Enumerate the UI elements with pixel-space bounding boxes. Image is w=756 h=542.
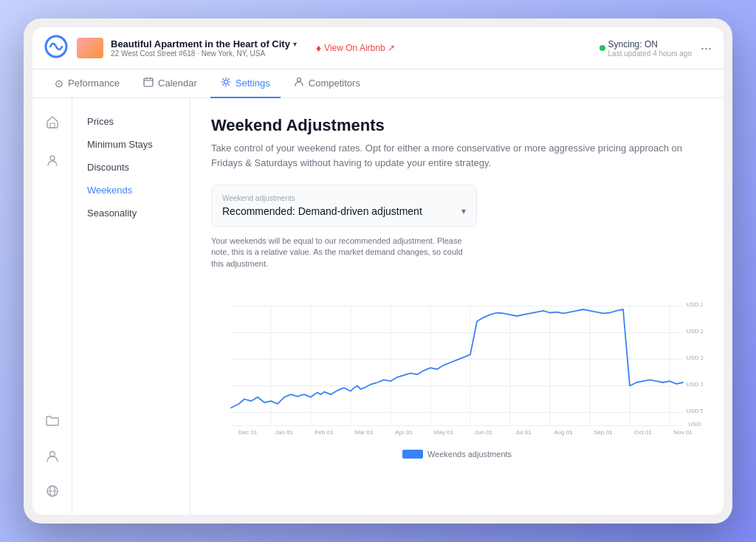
adjustment-dropdown[interactable]: Weekend adjustments Recommended: Demand-… [211, 185, 477, 227]
svg-rect-7 [50, 123, 55, 128]
svg-text:Mar 01: Mar 01 [354, 429, 374, 436]
dropdown-label: Weekend adjustments [222, 194, 466, 202]
dropdown-note: Your weekends will be equal to our recom… [211, 236, 477, 270]
property-info: Beautiful Apartment in the Heart of City… [77, 38, 591, 58]
sidebar-globe-icon[interactable] [41, 479, 64, 503]
svg-text:Jun 01: Jun 01 [475, 429, 493, 436]
dropdown-value[interactable]: Recommended: Demand-driven adjustment ▾ [222, 205, 466, 217]
tab-performance[interactable]: ⊙ Peformance [44, 69, 130, 98]
svg-text:USD 100: USD 100 [687, 382, 703, 388]
nav-weekends[interactable]: Weekends [72, 179, 190, 202]
svg-text:Feb 01: Feb 01 [315, 429, 334, 436]
performance-icon: ⊙ [55, 78, 63, 89]
svg-text:Oct 01: Oct 01 [634, 429, 652, 436]
tab-calendar[interactable]: Calendar [133, 69, 207, 98]
content-area: Weekend Adjustments Take control of your… [190, 98, 724, 515]
sidebar-users-icon[interactable] [41, 148, 64, 172]
svg-text:Nov 01: Nov 01 [673, 429, 693, 436]
svg-text:Sep 01: Sep 01 [594, 429, 613, 436]
nav-discounts[interactable]: Discounts [72, 156, 190, 179]
nav-tabs: ⊙ Peformance Calendar [32, 69, 724, 98]
nav-minimum-stays[interactable]: Minimum Stays [72, 133, 190, 156]
property-dropdown-icon[interactable]: ▾ [293, 40, 297, 48]
nav-prices[interactable]: Prices [72, 110, 190, 133]
airbnb-link[interactable]: ♦ View On Airbnb ↗ [316, 42, 395, 54]
calendar-icon [143, 77, 154, 89]
svg-text:May 01: May 01 [434, 429, 454, 436]
svg-text:Dec 01: Dec 01 [238, 429, 258, 436]
settings-nav: Prices Minimum Stays Discounts Weekends … [72, 98, 190, 515]
svg-point-5 [224, 80, 227, 84]
dropdown-chevron-icon: ▾ [461, 206, 466, 216]
main-layout: Prices Minimum Stays Discounts Weekends … [32, 98, 724, 515]
svg-point-8 [50, 156, 55, 160]
svg-point-6 [297, 78, 300, 82]
svg-text:Apr 01: Apr 01 [395, 429, 413, 436]
sidebar-folder-icon[interactable] [41, 408, 64, 432]
sync-label: Syncing: ON [608, 39, 692, 49]
svg-text:USD 50: USD 50 [687, 408, 703, 415]
svg-rect-1 [144, 78, 153, 86]
sidebar-profile-icon[interactable] [41, 444, 64, 467]
property-name: Beautiful Apartment in the Heart of City [111, 38, 290, 49]
sync-indicator [599, 45, 605, 51]
settings-icon [221, 77, 231, 89]
svg-text:USD 0: USD 0 [688, 422, 703, 428]
legend-label: Weekends adjustments [427, 450, 512, 459]
page-title: Weekend Adjustments [211, 116, 703, 135]
nav-seasonality[interactable]: Seasonality [72, 202, 190, 224]
property-address: 22 West Cost Street #618 · New York, NY,… [111, 49, 297, 58]
svg-text:Jul 01: Jul 01 [515, 429, 532, 436]
weekend-chart: USD 250 USD 200 USD 150 USD 100 USD 50 U… [211, 281, 703, 444]
property-thumbnail [77, 38, 103, 58]
app-logo [44, 35, 68, 61]
airbnb-icon: ♦ [316, 42, 321, 54]
sidebar-home-icon[interactable] [41, 110, 64, 134]
tab-competitors[interactable]: Competitors [284, 69, 371, 98]
chart-svg: USD 250 USD 200 USD 150 USD 100 USD 50 U… [211, 281, 703, 444]
header-right: Syncing: ON Last updated 4 hours ago ··· [599, 39, 712, 58]
more-menu-button[interactable]: ··· [701, 41, 712, 56]
tab-settings[interactable]: Settings [210, 69, 281, 98]
sync-timestamp: Last updated 4 hours ago [608, 49, 692, 58]
sidebar-left [32, 98, 72, 515]
svg-text:USD 200: USD 200 [687, 329, 703, 335]
competitors-icon [294, 77, 304, 89]
sync-status: Syncing: ON Last updated 4 hours ago [599, 39, 692, 58]
page-description: Take control of your weekend rates. Opt … [211, 141, 684, 170]
chart-legend: Weekends adjustments [211, 450, 703, 459]
svg-text:Jan 01: Jan 01 [275, 429, 294, 436]
svg-text:USD 150: USD 150 [687, 355, 703, 362]
svg-text:Aug 01: Aug 01 [554, 429, 573, 436]
svg-text:USD 250: USD 250 [687, 302, 703, 309]
legend-color-box [402, 450, 423, 459]
header: Beautiful Apartment in the Heart of City… [32, 27, 724, 69]
